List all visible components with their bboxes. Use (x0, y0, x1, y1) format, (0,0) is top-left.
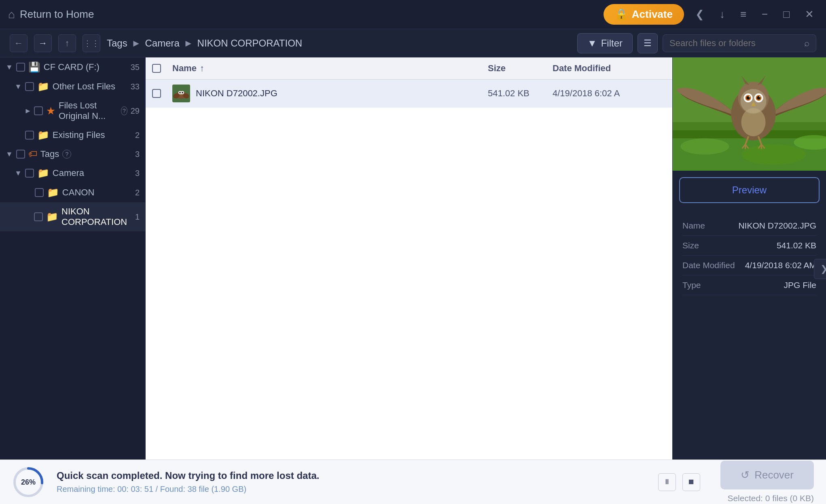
sidebar-item-nikon[interactable]: ► 📁 NIKON CORPORATION 1 (0, 202, 145, 231)
fileslost-toggle[interactable]: ► (24, 107, 31, 115)
existing-label: Existing Files (53, 130, 105, 140)
existing-checkbox[interactable] (25, 131, 34, 140)
grid-view-icon[interactable]: ⋮⋮ (83, 34, 100, 52)
row-filename: NIKON D72002.JPG (196, 88, 277, 99)
canon-icon: 📁 (47, 187, 59, 198)
nav-bar: ← → ↑ ⋮⋮ Tags ► Camera ► NIKON CORPORATI… (0, 29, 826, 57)
filter-icon: ▼ (587, 38, 597, 49)
fileslost-checkbox[interactable] (34, 106, 43, 115)
bookmark-button[interactable]: ↓ (716, 6, 729, 22)
svg-point-27 (749, 96, 750, 97)
nav-right: ▼ Filter ☰ ⌕ (577, 33, 816, 53)
camera-count: 3 (135, 169, 140, 178)
close-button[interactable]: ✕ (801, 6, 818, 22)
expand-button[interactable]: ❯ (814, 259, 826, 279)
sidebar-item-camera[interactable]: ▼ 📁 Camera 3 (0, 163, 145, 183)
minimize-button[interactable]: − (758, 6, 772, 22)
preview-button[interactable]: Preview (679, 177, 820, 203)
fileslost-count: 29 (131, 106, 140, 116)
options-menu-button[interactable]: ☰ (638, 33, 658, 53)
home-icon: ⌂ (8, 8, 15, 21)
filter-button[interactable]: ▼ Filter (577, 33, 633, 53)
sidebar-item-existing[interactable]: ► 📁 Existing Files 2 (0, 125, 145, 145)
camera-toggle[interactable]: ▼ (15, 169, 22, 178)
forward-button[interactable]: → (34, 34, 52, 52)
breadcrumb-tags[interactable]: Tags (107, 38, 127, 49)
row-checkbox[interactable] (152, 89, 161, 98)
otherlost-toggle[interactable]: ▼ (15, 83, 22, 91)
svg-point-5 (182, 92, 183, 93)
svg-point-28 (759, 96, 760, 97)
preview-label: Preview (732, 184, 767, 195)
return-home-label: Return to Home (20, 8, 94, 21)
nikon-icon: 📁 (46, 211, 58, 222)
svg-point-3 (179, 92, 181, 93)
tags-label: Tags (40, 149, 59, 159)
existing-icon: 📁 (37, 129, 49, 141)
sidebar-item-canon[interactable]: ► 📁 CANON 2 (0, 183, 145, 202)
maximize-button[interactable]: □ (779, 6, 794, 22)
main-content: ▼ 💾 CF CARD (F:) 35 ▼ 📁 Other Lost Files… (0, 57, 826, 460)
back-button[interactable]: ← (10, 34, 28, 52)
pause-button[interactable]: ⏸ (658, 473, 676, 491)
table-row[interactable]: NIKON D72002.JPG 541.02 KB 4/19/2018 6:0… (146, 80, 672, 108)
menu-lines-button[interactable]: ≡ (736, 6, 750, 22)
help-icon-tags[interactable]: ? (62, 150, 71, 159)
file-list: Name ↑ Size Date Modified (146, 57, 672, 460)
progress-text: 26% (21, 478, 36, 486)
sidebar-item-tags[interactable]: ▼ 🏷 Tags ? 3 (0, 145, 145, 163)
header-name[interactable]: Name ↑ (172, 63, 488, 74)
camera-checkbox[interactable] (25, 169, 34, 178)
cfcard-icon: 💾 (28, 61, 40, 73)
header-check[interactable] (152, 64, 172, 73)
header-date[interactable]: Date Modified (553, 63, 666, 74)
sidebar-item-fileslost[interactable]: ► ★ Files Lost Original N... ? 29 (0, 96, 145, 125)
progress-svg: 26% (12, 466, 44, 498)
row-check[interactable] (152, 89, 172, 98)
help-icon-fileslost[interactable]: ? (121, 106, 127, 115)
row-size-val: 541.02 KB (488, 88, 529, 98)
bottom-controls: ⏸ ⏹ (658, 473, 700, 491)
sidebar-item-cfcard[interactable]: ▼ 💾 CF CARD (F:) 35 (0, 57, 145, 77)
activate-button[interactable]: 🔒 Activate (604, 4, 684, 25)
up-button[interactable]: ↑ (58, 34, 76, 52)
existing-count: 2 (135, 131, 140, 140)
canon-checkbox[interactable] (35, 188, 44, 197)
file-details: Name NIKON D72002.JPG Size 541.02 KB Dat… (673, 210, 826, 460)
fileslost-label: Files Lost Original N... (59, 100, 118, 121)
otherlost-checkbox[interactable] (25, 82, 34, 91)
canon-count: 2 (135, 188, 140, 197)
breadcrumb-camera[interactable]: Camera (145, 38, 179, 49)
lock-icon: 🔒 (615, 8, 628, 21)
otherlost-icon: 📁 (37, 81, 49, 92)
tags-checkbox[interactable] (16, 150, 25, 159)
share-button[interactable]: ❮ (691, 6, 708, 22)
detail-size-row: Size 541.02 KB (682, 236, 816, 256)
cfcard-checkbox[interactable] (16, 63, 25, 72)
owl-thumb (172, 85, 190, 102)
title-bar-left: ⌂ Return to Home (8, 8, 604, 21)
recover-section: ↺ Recover Selected: 0 files (0 KB) (712, 461, 814, 503)
filter-label: Filter (601, 38, 623, 49)
recover-button[interactable]: ↺ Recover (720, 461, 814, 489)
cfcard-toggle[interactable]: ▼ (6, 63, 13, 72)
cfcard-count: 35 (131, 63, 140, 72)
title-bar: ⌂ Return to Home 🔒 Activate ❮ ↓ ≡ − □ ✕ (0, 0, 826, 29)
search-input[interactable] (669, 38, 799, 49)
breadcrumb-nikon[interactable]: NIKON CORPORATION (197, 38, 303, 49)
search-icon: ⌕ (804, 38, 809, 49)
recover-label: Recover (754, 469, 794, 481)
type-label: Type (682, 280, 701, 290)
stop-button[interactable]: ⏹ (682, 473, 700, 491)
tags-count: 3 (135, 150, 140, 159)
nikon-checkbox[interactable] (34, 212, 43, 221)
activate-label: Activate (632, 8, 673, 21)
header-size[interactable]: Size (488, 63, 553, 74)
recover-icon: ↺ (741, 469, 750, 481)
date-value: 4/19/2018 6:02 AM (745, 260, 816, 270)
detail-type-row: Type JPG File (682, 275, 816, 295)
file-list-header: Name ↑ Size Date Modified (146, 57, 672, 80)
tags-toggle[interactable]: ▼ (6, 150, 13, 159)
sidebar-item-otherlost[interactable]: ▼ 📁 Other Lost Files 33 (0, 77, 145, 96)
row-size: 541.02 KB (488, 88, 553, 99)
